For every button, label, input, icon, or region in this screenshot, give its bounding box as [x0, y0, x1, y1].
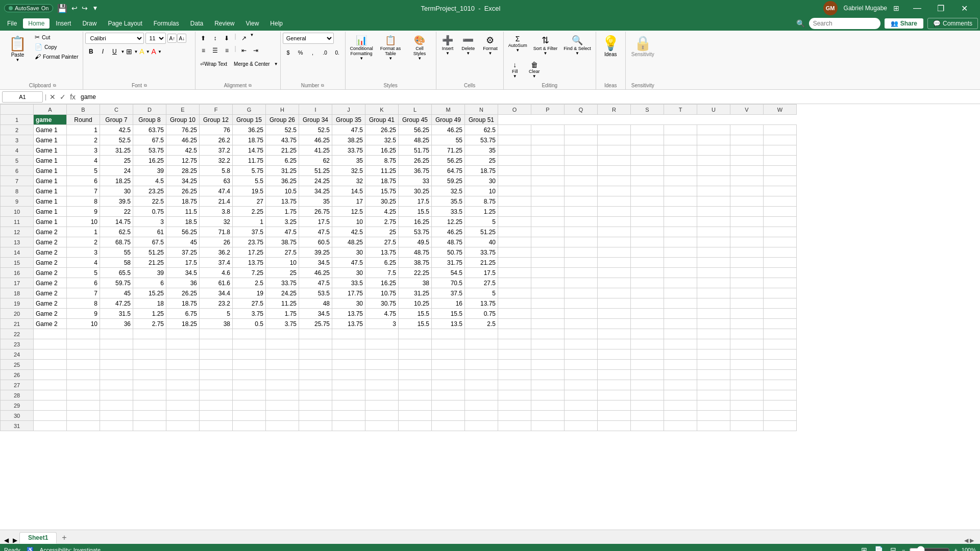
cell-D21[interactable]: 2.75 [133, 319, 166, 329]
cell-J18[interactable]: 17.75 [332, 288, 365, 298]
cell-N25[interactable] [465, 360, 498, 370]
cell-C12[interactable]: 62.5 [100, 227, 133, 237]
cell-D8[interactable]: 23.25 [133, 186, 166, 196]
cell-A20[interactable]: Game 2 [34, 309, 67, 319]
cell-S30[interactable] [631, 411, 664, 421]
cell-T7[interactable] [664, 176, 697, 186]
align-right[interactable]: ≡ [221, 45, 232, 56]
cell-Q27[interactable] [565, 380, 598, 390]
add-sheet-button[interactable]: + [58, 532, 70, 544]
cell-R14[interactable] [598, 247, 631, 258]
cell-M28[interactable] [432, 390, 465, 400]
cell-F13[interactable]: 26 [200, 237, 233, 247]
cell-W9[interactable] [764, 196, 797, 207]
cell-N26[interactable] [465, 370, 498, 380]
cell-G23[interactable] [233, 339, 266, 349]
cell-F22[interactable] [200, 329, 233, 339]
cell-R18[interactable] [598, 288, 631, 298]
cell-O8[interactable] [498, 186, 531, 196]
cell-T9[interactable] [664, 196, 697, 207]
cell-I11[interactable]: 17.5 [299, 217, 332, 227]
cell-B18[interactable]: 7 [67, 288, 100, 298]
cell-G2[interactable]: 36.25 [233, 125, 266, 135]
conditional-formatting-button[interactable]: 📊 Conditional Formatting ▼ [348, 33, 376, 63]
cell-E21[interactable]: 18.25 [166, 319, 200, 329]
cell-D4[interactable]: 53.75 [133, 145, 166, 156]
cell-A26[interactable] [34, 370, 67, 380]
cell-M18[interactable]: 37.5 [432, 288, 465, 298]
cell-H26[interactable] [266, 370, 299, 380]
cell-M6[interactable]: 64.75 [432, 166, 465, 176]
cell-C10[interactable]: 22 [100, 207, 133, 217]
cell-T18[interactable] [664, 288, 697, 298]
cell-K23[interactable] [365, 339, 399, 349]
alignment-expand-icon[interactable]: ⧉ [249, 83, 252, 88]
cell-M14[interactable]: 50.75 [432, 247, 465, 258]
cell-C8[interactable]: 30 [100, 186, 133, 196]
cell-G26[interactable] [233, 370, 266, 380]
row-header-13[interactable]: 13 [1, 237, 34, 247]
cell-N9[interactable]: 8.75 [465, 196, 498, 207]
cell-M1[interactable]: Group 49 [432, 115, 465, 125]
decimal-increase[interactable]: .0 [320, 47, 331, 58]
align-middle[interactable]: ↕ [209, 33, 220, 44]
cell-R28[interactable] [598, 390, 631, 400]
font-name-select[interactable]: Calibri [85, 33, 144, 44]
cell-T25[interactable] [664, 360, 697, 370]
cell-S12[interactable] [631, 227, 664, 237]
cell-H22[interactable] [266, 329, 299, 339]
cell-C3[interactable]: 52.5 [100, 135, 133, 145]
cell-O24[interactable] [498, 349, 531, 360]
cell-Q29[interactable] [565, 400, 598, 411]
cell-T14[interactable] [664, 247, 697, 258]
cell-N10[interactable]: 1.25 [465, 207, 498, 217]
cell-T12[interactable] [664, 227, 697, 237]
col-header-T[interactable]: T [664, 105, 697, 115]
cell-A25[interactable] [34, 360, 67, 370]
cell-C29[interactable] [100, 400, 133, 411]
cell-G10[interactable]: 2.25 [233, 207, 266, 217]
cell-H21[interactable]: 3.75 [266, 319, 299, 329]
cell-A29[interactable] [34, 400, 67, 411]
cell-E28[interactable] [166, 390, 200, 400]
cell-R23[interactable] [598, 339, 631, 349]
cell-U18[interactable] [697, 288, 730, 298]
cell-W8[interactable] [764, 186, 797, 196]
cell-S20[interactable] [631, 309, 664, 319]
cell-I5[interactable]: 62 [299, 156, 332, 166]
cell-U8[interactable] [697, 186, 730, 196]
cell-I4[interactable]: 41.25 [299, 145, 332, 156]
cell-O14[interactable] [498, 247, 531, 258]
cell-O5[interactable] [498, 156, 531, 166]
cell-M24[interactable] [432, 349, 465, 360]
cell-N24[interactable] [465, 349, 498, 360]
italic-button[interactable]: I [97, 46, 108, 57]
cell-U24[interactable] [697, 349, 730, 360]
cell-J20[interactable]: 13.75 [332, 309, 365, 319]
cell-A27[interactable] [34, 380, 67, 390]
cell-P11[interactable] [531, 217, 565, 227]
col-header-F[interactable]: F [200, 105, 233, 115]
cell-T19[interactable] [664, 298, 697, 309]
cell-U29[interactable] [697, 400, 730, 411]
cell-G14[interactable]: 17.25 [233, 247, 266, 258]
redo-icon[interactable]: ↪ [82, 4, 88, 12]
cell-P2[interactable] [531, 125, 565, 135]
zoom-level[interactable]: 100% [962, 547, 976, 551]
cell-A6[interactable]: Game 1 [34, 166, 67, 176]
cell-C26[interactable] [100, 370, 133, 380]
row-header-24[interactable]: 24 [1, 349, 34, 360]
font-size-increase[interactable]: A↑ [167, 34, 177, 43]
col-header-I[interactable]: I [299, 105, 332, 115]
cell-D3[interactable]: 67.5 [133, 135, 166, 145]
cell-H18[interactable]: 24.25 [266, 288, 299, 298]
cell-C5[interactable]: 25 [100, 156, 133, 166]
merge-dropdown[interactable]: ▼ [274, 62, 278, 66]
cell-K17[interactable]: 16.25 [365, 278, 399, 288]
font-color-dropdown[interactable]: ▼ [158, 49, 162, 54]
cell-O18[interactable] [498, 288, 531, 298]
scroll-left-icon[interactable]: ◀ [2, 537, 11, 544]
cell-R8[interactable] [598, 186, 631, 196]
cell-W21[interactable] [764, 319, 797, 329]
cell-B20[interactable]: 9 [67, 309, 100, 319]
